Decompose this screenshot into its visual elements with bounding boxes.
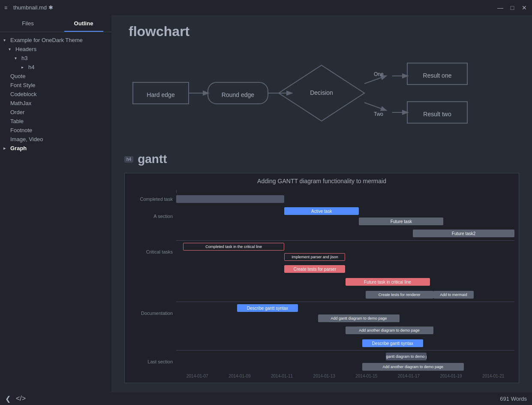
h4-badge: h4 [124,156,133,163]
sidebar-item-codeblock[interactable]: Codeblock [0,90,111,99]
gantt-axis-label: 2014-01-09 [219,374,261,378]
gantt-axis-label: 2014-01-19 [430,374,472,378]
sidebar-item-label: Image, Video [10,136,43,142]
gantt-bar [176,195,284,203]
gantt-bar: Add another diagram to demo page [346,326,433,334]
sidebar-item-label: Codeblock [10,91,36,97]
gantt-row: Completed task [129,193,514,205]
gantt-timeline: Active task Future task [176,206,514,227]
sidebar-item-label: Font Style [10,82,36,88]
svg-text:Decision: Decision [310,89,333,96]
toggle-icon: ▸ [21,65,28,70]
svg-text:One: One [374,71,384,77]
sidebar: Files Outline ▾Example for OneDark Theme… [0,15,111,392]
gantt-row: Create tests for parser [129,263,514,275]
tab-files[interactable]: Files [0,15,56,32]
main-layout: Files Outline ▾Example for OneDark Theme… [0,15,532,392]
sidebar-item-footnote[interactable]: Footnote [0,126,111,135]
flowchart-title: flowchart [129,24,519,39]
gantt-bar: Add to mermaid [433,291,474,299]
flowchart-diagram: Hard edge Round edge Decision One Result… [124,48,519,135]
gantt-timeline: Create tests for renderer Add to mermaid [176,290,514,300]
gantt-bar: Add another diagram to demo page [362,363,464,371]
gantt-bar: Describe gantt syntax [237,304,298,312]
sidebar-item-label: Footnote [10,127,32,133]
gantt-timeline: Add another diagram to demo page [176,325,514,335]
section-divider [176,302,514,302]
sidebar-item-h3[interactable]: ▾h3 [0,54,111,63]
svg-text:Two: Two [374,111,383,117]
gantt-bar-active: Active task [284,207,359,215]
sidebar-item-label: h4 [28,64,34,70]
gantt-bar: Describe gantt syntax [362,339,423,347]
toggle-icon: ▸ [3,146,10,151]
gantt-label: A section [129,214,176,219]
gantt-bar: Future task2 [413,230,514,237]
gantt-axis-label: 2014-01-15 [346,374,388,378]
svg-text:Round edge: Round edge [222,91,255,98]
sidebar-item-example-for-onedark-theme[interactable]: ▾Example for OneDark Theme [0,36,111,45]
sidebar-item-graph[interactable]: ▸Graph [0,144,111,153]
gantt-diagram-title: Adding GANTT diagram functionality to me… [129,178,514,184]
gantt-row: A section Active task Future task [129,206,514,227]
gantt-container: Adding GANTT diagram functionality to me… [124,173,519,383]
gantt-bar: Future task in critical line [346,278,430,286]
gantt-label: Documentation [129,311,176,316]
gantt-row: Documentation Describe gantt syntax Add … [129,303,514,323]
close-button[interactable]: ✕ [521,4,528,11]
svg-line-13 [364,103,386,110]
gantt-label: Critical tasks [129,249,176,254]
sidebar-item-image--video[interactable]: Image, Video [0,135,111,144]
toggle-icon: ▾ [3,38,10,42]
minimize-button[interactable]: — [497,4,504,11]
toggle-icon: ▾ [15,56,21,60]
gantt-row: Create tests for renderer Add to mermaid [129,289,514,301]
sidebar-item-quote[interactable]: Quote [0,72,111,81]
sidebar-item-label: Table [10,118,24,124]
toggle-icon: ▾ [9,47,15,51]
gantt-row: Future task2 [129,227,514,239]
content-area: flowchart Hard edge Round edge Decision … [111,15,532,392]
gantt-row: Future task in critical line [129,276,514,288]
sidebar-item-h4[interactable]: ▸h4 [0,63,111,72]
svg-text:Result one: Result one [423,72,452,79]
sidebar-item-headers[interactable]: ▾Headers [0,45,111,54]
gantt-bar-critical: Create tests for parser [284,265,345,273]
gantt-axis-label: 2014-01-21 [472,374,514,378]
code-toggle-button[interactable]: </> [16,395,26,402]
tab-outline[interactable]: Outline [56,15,111,32]
gantt-bar: Add gantt diagram to demo page [318,314,399,322]
sidebar-item-label: Graph [10,145,27,151]
sidebar-item-order[interactable]: Order [0,108,111,117]
gantt-timeline: Create tests for parser [176,264,514,274]
sidebar-item-label: Quote [10,73,25,79]
gantt-axis-label: 2014-01-11 [261,374,303,378]
sidebar-content: ▾Example for OneDark Theme▾Headers▾h3▸h4… [0,32,111,392]
gantt-row: Critical tasks Completed task in the cri… [129,242,514,262]
sidebar-item-label: Order [10,109,24,115]
gantt-timeline [176,194,514,204]
gantt-bar: Create tests for renderer [366,291,433,299]
sidebar-item-table[interactable]: Table [0,117,111,126]
bottom-bar: ❮ </> 691 Words [0,392,532,405]
sidebar-item-mathjax[interactable]: MathJax [0,99,111,108]
gantt-timeline: Future task2 [176,228,514,239]
flowchart-svg: Hard edge Round edge Decision One Result… [124,52,493,130]
gantt-bar: Completed task in the critical line [183,243,285,251]
back-button[interactable]: ❮ [5,395,11,403]
gantt-axis-label: 2014-01-07 [176,374,219,378]
svg-text:Result two: Result two [423,111,451,118]
gantt-bar: Add gantt diagram to demo page [386,353,427,360]
gantt-axis: 2014-01-07 2014-01-09 2014-01-11 2014-01… [176,374,514,378]
section-divider [176,240,514,241]
gantt-header: h4 gantt [124,152,519,166]
gantt-row: Describe gantt syntax [129,337,514,349]
filename-label: thumbnail.md ✱ [13,4,493,11]
gantt-axis-label: 2014-01-13 [303,374,346,378]
sidebar-item-font-style[interactable]: Font Style [0,81,111,90]
gantt-label: Last section [129,359,176,364]
sidebar-tabs: Files Outline [0,15,111,32]
sidebar-item-label: Example for OneDark Theme [10,37,83,43]
gantt-axis-label: 2014-01-17 [388,374,430,378]
maximize-button[interactable]: □ [509,4,516,11]
